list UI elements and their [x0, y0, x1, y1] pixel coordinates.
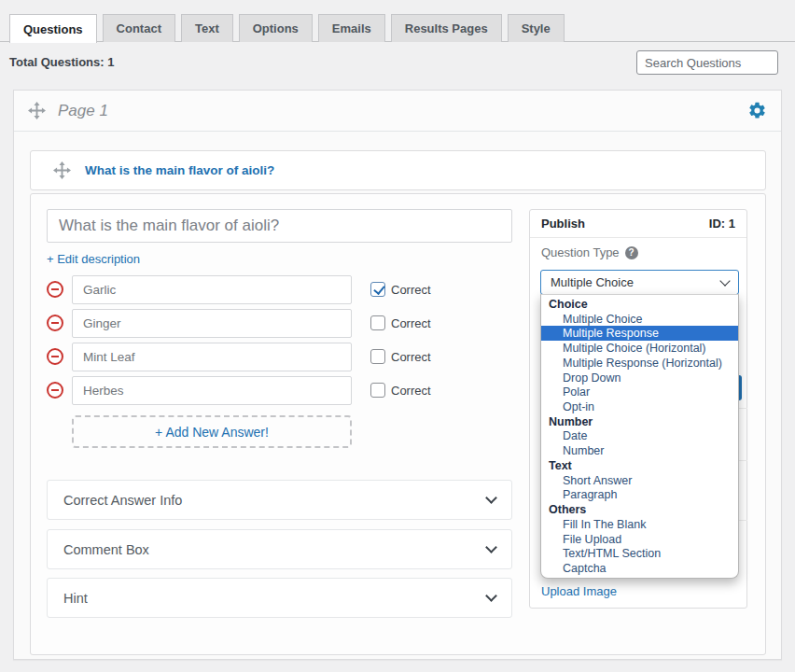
- dropdown-group-number: Number: [541, 414, 738, 429]
- question-move-icon[interactable]: [53, 161, 71, 179]
- edit-description-link[interactable]: + Edit description: [47, 252, 140, 266]
- section-label: Correct Answer Info: [63, 493, 182, 508]
- publish-header: Publish ID: 1: [530, 210, 746, 238]
- dropdown-option-paragraph[interactable]: Paragraph: [541, 488, 738, 503]
- section-hint[interactable]: Hint: [47, 578, 512, 618]
- help-icon[interactable]: ?: [625, 246, 638, 259]
- question-type-dropdown: Choice Multiple Choice Multiple Response…: [540, 294, 739, 579]
- question-type-row: Question Type ?: [541, 245, 638, 259]
- section-label: Hint: [63, 591, 88, 606]
- question-type-label: Question Type: [541, 245, 620, 259]
- correct-label: Correct: [391, 316, 431, 330]
- dropdown-option-multiple-response[interactable]: Multiple Response: [541, 326, 738, 341]
- chevron-down-icon: [485, 541, 497, 553]
- remove-answer-icon[interactable]: [47, 315, 63, 331]
- dropdown-option-drop-down[interactable]: Drop Down: [541, 371, 738, 385]
- dropdown-option-short-answer[interactable]: Short Answer: [541, 473, 738, 488]
- answer-row: Correct: [47, 273, 532, 306]
- question-title: What is the main flavor of aioli?: [85, 163, 274, 177]
- tab-text[interactable]: Text: [181, 14, 233, 42]
- dropdown-option-text-html-section[interactable]: Text/HTML Section: [541, 546, 738, 561]
- page-panel: Page 1 What is the main flavor of aioli?…: [13, 90, 782, 660]
- answer-input[interactable]: [72, 343, 352, 371]
- question-type-selected-value: Multiple Choice: [551, 275, 634, 289]
- publish-title: Publish: [541, 217, 585, 231]
- question-type-select[interactable]: Multiple Choice: [540, 270, 739, 295]
- remove-answer-icon[interactable]: [47, 348, 63, 365]
- answer-row: Correct: [47, 306, 532, 340]
- tab-options[interactable]: Options: [239, 14, 313, 42]
- upload-image-link[interactable]: Upload Image: [541, 584, 617, 598]
- correct-label: Correct: [391, 350, 431, 364]
- dropdown-option-multiple-choice-horizontal[interactable]: Multiple Choice (Horizontal): [541, 341, 738, 356]
- tab-questions[interactable]: Questions: [9, 14, 97, 43]
- dropdown-option-number[interactable]: Number: [541, 443, 738, 458]
- question-edit-card: + Edit description Correct Correct: [30, 193, 766, 655]
- remove-answer-icon[interactable]: [47, 281, 63, 298]
- correct-checkbox[interactable]: [370, 383, 385, 398]
- answers-list: Correct Correct Correct: [47, 273, 532, 407]
- page-panel-header: Page 1: [14, 91, 781, 132]
- correct-label: Correct: [391, 384, 431, 398]
- correct-label: Correct: [391, 283, 431, 297]
- dropdown-option-multiple-response-horizontal[interactable]: Multiple Response (Horizontal): [541, 356, 738, 371]
- tab-style[interactable]: Style: [508, 14, 565, 42]
- section-correct-answer-info[interactable]: Correct Answer Info: [47, 480, 512, 520]
- dropdown-option-polar[interactable]: Polar: [541, 385, 738, 399]
- page-title: Page 1: [58, 102, 108, 120]
- tab-contact[interactable]: Contact: [103, 14, 175, 42]
- dropdown-option-fill-in-the-blank[interactable]: Fill In The Blank: [541, 517, 738, 532]
- quiz-editor-page: Questions Contact Text Options Emails Re…: [0, 0, 795, 672]
- tab-results-pages[interactable]: Results Pages: [391, 14, 502, 42]
- answer-input[interactable]: [72, 309, 352, 338]
- question-header-card[interactable]: What is the main flavor of aioli?: [30, 150, 766, 190]
- section-label: Comment Box: [63, 542, 149, 557]
- chevron-down-icon: [719, 275, 730, 286]
- dropdown-option-opt-in[interactable]: Opt-in: [541, 399, 738, 414]
- dropdown-option-multiple-choice[interactable]: Multiple Choice: [541, 312, 738, 327]
- remove-answer-icon[interactable]: [47, 382, 63, 399]
- chevron-down-icon: [485, 492, 497, 504]
- tabbar: Questions Contact Text Options Emails Re…: [9, 14, 565, 43]
- correct-checkbox[interactable]: [370, 349, 385, 364]
- chevron-down-icon: [485, 590, 497, 602]
- tab-emails[interactable]: Emails: [318, 14, 385, 42]
- dropdown-group-others: Others: [541, 502, 738, 517]
- dropdown-option-captcha[interactable]: Captcha: [541, 561, 738, 576]
- answer-input[interactable]: [72, 275, 352, 304]
- search-input[interactable]: [636, 50, 778, 75]
- answer-row: Correct: [47, 373, 532, 407]
- move-icon[interactable]: [28, 102, 46, 119]
- dropdown-option-file-upload[interactable]: File Upload: [541, 532, 738, 547]
- question-text-input[interactable]: [47, 209, 512, 243]
- dropdown-group-text: Text: [541, 458, 738, 473]
- total-questions-label: Total Questions: 1: [9, 55, 114, 69]
- question-id-label: ID: 1: [709, 217, 735, 231]
- add-new-answer-button[interactable]: + Add New Answer!: [72, 415, 352, 448]
- dropdown-group-choice: Choice: [541, 297, 738, 312]
- correct-checkbox[interactable]: [370, 282, 385, 297]
- correct-checkbox[interactable]: [370, 315, 385, 330]
- answer-row: Correct: [47, 340, 532, 373]
- answer-input[interactable]: [72, 376, 352, 405]
- section-comment-box[interactable]: Comment Box: [47, 529, 512, 569]
- gear-icon[interactable]: [747, 101, 767, 120]
- dropdown-option-date[interactable]: Date: [541, 429, 738, 444]
